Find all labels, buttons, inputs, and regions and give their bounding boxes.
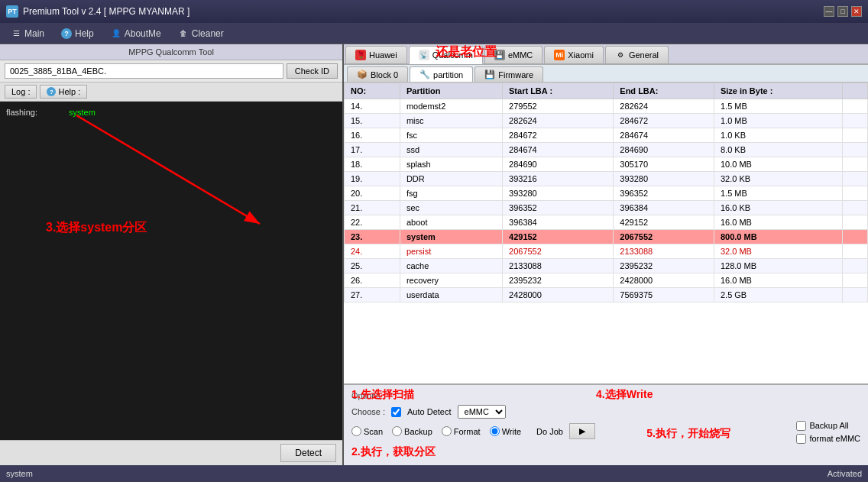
tab-huawei-label: Huawei [369,50,397,60]
close-button[interactable]: ✕ [851,6,862,17]
window-controls[interactable]: — □ ✕ [824,6,862,17]
col-no: NO: [345,83,400,99]
table-row[interactable]: 27.userdata242800075693752.5 GB [345,288,868,302]
table-row[interactable]: 25.cache21330882395232128.0 MB [345,259,868,273]
format-emmc-checkbox[interactable] [796,434,806,444]
table-row[interactable]: 23.system4291522067552800.0 MB [345,230,868,244]
radio-group: Scan Backup Format [351,426,521,436]
cleaner-icon: 🗑 [178,28,189,39]
menu-cleaner-label: Cleaner [192,28,224,39]
log-label: Log : [11,87,30,96]
maximize-button[interactable]: □ [837,6,848,17]
backup-all-checkbox[interactable] [796,421,806,431]
backup-all-item[interactable]: Backup All [796,421,860,431]
table-row[interactable]: 22.aboot39638442915216.0 MB [345,215,868,230]
menu-aboutme-label: AboutMe [125,28,161,39]
radio-backup[interactable]: Backup [392,426,432,436]
annotation-2: 2.执行，获取分区 [351,445,787,459]
tab-huawei[interactable]: 🌹 Huawei [345,46,407,63]
format-emmc-item[interactable]: format eMMC [796,434,860,444]
partition-table: NO: Partition Start LBA : End LBA: Size … [344,82,868,302]
radio-format-input[interactable] [442,426,452,436]
table-row[interactable]: 17.ssd2846742846908.0 KB [345,143,868,157]
status-right: Activated [828,469,862,478]
main-content: MPPG Qualcomm Tool Check ID Log : ? Help… [0,44,868,465]
general-icon: ⚙ [615,50,626,60]
do-job-button[interactable]: ▶ [569,423,595,439]
tab-emmc[interactable]: 💾 eMMC [484,46,542,63]
mode-select[interactable]: eMMC [458,405,506,419]
menu-main[interactable]: ☰ Main [3,26,52,41]
annotation-system: 3.选择system分区 [46,220,147,236]
tab-general[interactable]: ⚙ General [605,46,669,63]
sub-tabs: 📦 Block 0 🔧 partition 💾 Firmware [344,65,868,82]
partition-icon: 🔧 [419,70,430,79]
aboutme-icon: 👤 [111,28,121,39]
system-text: system [69,108,96,117]
radio-backup-input[interactable] [392,426,402,436]
options-row: Choose : Auto Detect eMMC Scan [351,405,860,459]
col-partition: Partition [400,83,502,99]
col-end: End LBA: [614,83,714,99]
auto-detect-checkbox[interactable] [391,407,401,417]
left-panel-bottom: Detect [0,440,342,465]
radio-scan-input[interactable] [351,426,361,436]
auto-detect-label: Auto Detect [407,407,451,416]
tab-xiaomi[interactable]: Mi Xiaomi [544,46,604,63]
emmc-icon: 💾 [494,50,505,60]
check-id-button[interactable]: Check ID [287,63,338,79]
help-button[interactable]: ? Help : [40,85,87,99]
app-title: Premium Tool v 2.4 [ MPPG MYANMAR ] [23,6,189,17]
do-job-row: Do Job ▶ [536,423,595,439]
app-icon: PT [6,5,18,18]
log-button[interactable]: Log : [5,85,37,99]
sub-tab-partition[interactable]: 🔧 partition [410,66,473,82]
table-row[interactable]: 24.persist2067552213308832.0 MB [345,244,868,259]
left-panel: MPPG Qualcomm Tool Check ID Log : ? Help… [0,44,344,465]
sub-tab-partition-label: partition [433,70,463,79]
radio-scan[interactable]: Scan [351,426,383,436]
detect-button[interactable]: Detect [280,444,336,462]
radio-backup-label: Backup [404,427,432,436]
radio-format-label: Format [454,427,481,436]
backup-all-label: Backup All [809,421,848,430]
main-icon: ☰ [11,28,21,39]
table-row[interactable]: 18.splash28469030517010.0 MB [345,157,868,172]
format-emmc-label: format eMMC [809,434,860,443]
options-title: Options : [351,391,860,400]
block0-icon: 📦 [357,70,368,79]
radio-scan-label: Scan [364,427,383,436]
table-row[interactable]: 26.recovery2395232242800016.0 MB [345,273,868,288]
toolbar: Log : ? Help : [0,82,342,102]
sub-tab-firmware[interactable]: 💾 Firmware [474,66,543,82]
flashing-text: flashing: [6,108,37,117]
table-row[interactable]: 19.DDR39321639328032.0 KB [345,172,868,186]
table-row[interactable]: 20.fsg3932803963521.5 MB [345,186,868,201]
radio-format[interactable]: Format [442,426,481,436]
minimize-button[interactable]: — [824,6,834,17]
firmware-icon: 💾 [484,70,495,79]
options-line2: Scan Backup Format [351,423,787,439]
right-panel: 🌹 Huawei 📡 Qualcomm 💾 eMMC Mi Xiaomi ⚙ [344,44,868,465]
options-panel: Options : 1.先选择扫描 4.选择Write Choose : Aut… [344,383,868,465]
status-left: system [6,469,33,478]
sub-tab-block0-label: Block 0 [371,70,398,79]
menu-main-label: Main [24,28,44,39]
menu-aboutme[interactable]: 👤 AboutMe [103,26,169,41]
col-size: Size in Byte : [714,83,842,99]
huawei-icon: 🌹 [355,50,366,60]
device-id-input[interactable] [5,63,283,79]
tab-emmc-label: eMMC [508,50,533,60]
sub-tab-block0[interactable]: 📦 Block 0 [347,66,408,82]
tab-qualcomm[interactable]: 📡 Qualcomm [409,46,483,64]
table-row[interactable]: 14.modemst22795522826241.5 MB [345,99,868,114]
radio-write[interactable]: Write [490,426,521,436]
radio-write-input[interactable] [490,426,500,436]
table-row[interactable]: 16.fsc2846722846741.0 KB [345,128,868,143]
table-row[interactable]: 21.sec39635239638416.0 KB [345,201,868,215]
table-row[interactable]: 15.misc2826242846721.0 MB [345,114,868,128]
title-bar: PT Premium Tool v 2.4 [ MPPG MYANMAR ] —… [0,0,868,23]
menu-cleaner[interactable]: 🗑 Cleaner [170,26,232,41]
menu-help[interactable]: ? Help [53,26,102,41]
radio-write-label: Write [502,427,521,436]
